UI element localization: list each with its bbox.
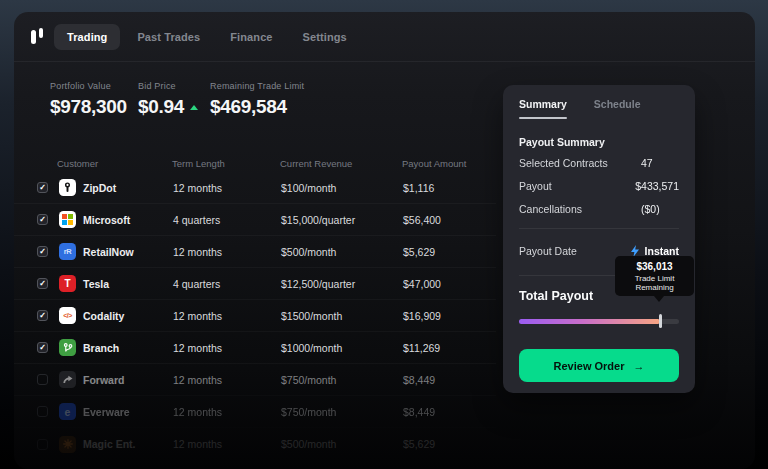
forward-logo <box>59 371 76 388</box>
divider <box>519 228 679 229</box>
row-checkbox[interactable] <box>37 406 48 417</box>
term-length: 4 quarters <box>173 214 281 226</box>
payout-amount: $5,629 <box>403 438 496 450</box>
row-checkbox[interactable] <box>37 246 48 257</box>
current-revenue: $15,000/quarter <box>281 214 403 226</box>
column-header-customer: Customer <box>57 158 172 169</box>
payout-summary-title: Payout Summary <box>519 136 679 148</box>
stat-portfolio-value: Portfolio Value$978,300 <box>50 81 138 118</box>
magic-logo <box>59 436 76 453</box>
review-order-button[interactable]: Review Order → <box>519 349 679 382</box>
term-length: 4 quarters <box>173 278 281 290</box>
pipe-logo-icon[interactable] <box>31 28 45 45</box>
stat-label: Portfolio Value <box>50 81 138 91</box>
arrow-right-icon: → <box>633 360 644 372</box>
term-length: 12 months <box>173 406 281 418</box>
tooltip-value: $36,013 <box>619 261 690 272</box>
codality-logo: </> <box>59 307 76 324</box>
panel-tabs: SummarySchedule <box>519 98 679 119</box>
column-header-revenue: Current Revenue <box>280 158 402 169</box>
table-row: Microsoft4 quarters$15,000/quarter$56,40… <box>14 204 496 236</box>
customer-name: Forward <box>83 374 173 386</box>
term-length: 12 months <box>173 374 281 386</box>
row-checkbox[interactable] <box>37 439 48 450</box>
customer-name: Magic Ent. <box>83 438 173 450</box>
stat-label: Bid Price <box>138 81 210 91</box>
trade-limit-tooltip: $36,013 Trade Limit Remaining <box>615 256 694 296</box>
payout-amount: $8,449 <box>403 374 496 386</box>
payout-amount: $47,000 <box>403 278 496 290</box>
retailnow-logo: rR <box>59 243 76 260</box>
term-length: 12 months <box>173 438 281 450</box>
summary-row-value: 47 <box>641 157 653 169</box>
table-header: CustomerTerm LengthCurrent RevenuePayout… <box>14 154 496 172</box>
nav-tab-settings[interactable]: Settings <box>290 24 360 50</box>
table-row: Magic Ent.12 months$500/month$5,629 <box>14 428 496 460</box>
nav-tab-trading[interactable]: Trading <box>54 24 120 50</box>
customer-name: Codality <box>83 310 173 322</box>
table-row: TTesla4 quarters$12,500/quarter$47,000 <box>14 268 496 300</box>
stat-value: $978,300 <box>50 96 138 118</box>
payout-amount: $5,629 <box>403 246 496 258</box>
column-header-payout: Payout Amount <box>402 158 496 169</box>
lightning-icon <box>630 245 640 257</box>
panel-tab-schedule[interactable]: Schedule <box>594 98 641 119</box>
table-row: ZipDot12 months$100/month$1,116 <box>14 172 496 204</box>
term-length: 12 months <box>173 342 281 354</box>
current-revenue: $1000/month <box>281 342 403 354</box>
payout-amount: $11,269 <box>403 342 496 354</box>
nav-tabs: TradingPast TradesFinanceSettings <box>54 24 360 50</box>
total-payout-slider[interactable] <box>519 314 679 328</box>
row-checkbox[interactable] <box>37 310 48 321</box>
trend-up-icon <box>190 105 198 110</box>
row-checkbox[interactable] <box>37 374 48 385</box>
review-order-label: Review Order <box>554 360 625 372</box>
tesla-logo: T <box>59 275 76 292</box>
row-checkbox[interactable] <box>37 214 48 225</box>
payout-date-value: Instant <box>645 245 679 257</box>
payout-amount: $16,909 <box>403 310 496 322</box>
summary-row-value: ($0) <box>641 203 660 215</box>
customer-name: Branch <box>83 342 173 354</box>
customer-name: ZipDot <box>83 182 173 194</box>
slider-fill <box>519 319 660 324</box>
table-row: </>Codality12 months$1500/month$16,909 <box>14 300 496 332</box>
stat-value: $0.94 <box>138 96 210 118</box>
everware-logo: e <box>59 403 76 420</box>
slider-handle[interactable] <box>659 314 662 328</box>
table-row: rRRetailNow12 months$500/month$5,629 <box>14 236 496 268</box>
summary-row-label: Cancellations <box>519 203 641 215</box>
microsoft-squares-icon <box>62 214 73 225</box>
nav-tab-past-trades[interactable]: Past Trades <box>124 24 213 50</box>
term-length: 12 months <box>173 182 281 194</box>
row-checkbox[interactable] <box>37 278 48 289</box>
payout-amount: $8,449 <box>403 406 496 418</box>
current-revenue: $500/month <box>281 246 403 258</box>
stat-value: $469,584 <box>210 96 304 118</box>
payout-date-label: Payout Date <box>519 245 630 257</box>
summary-row: Selected Contracts47 <box>519 151 679 174</box>
summary-row-value: $433,571 <box>635 180 679 192</box>
summary-row-label: Payout <box>519 180 635 192</box>
row-checkbox[interactable] <box>37 342 48 353</box>
panel-tab-summary[interactable]: Summary <box>519 98 567 119</box>
customer-name: Tesla <box>83 278 173 290</box>
stat-bid-price: Bid Price$0.94 <box>138 81 210 118</box>
order-summary-panel: SummarySchedule Payout Summary Selected … <box>503 85 695 393</box>
tooltip-label: Trade Limit Remaining <box>619 274 690 292</box>
row-checkbox[interactable] <box>37 182 48 193</box>
current-revenue: $12,500/quarter <box>281 278 403 290</box>
customer-name: Everware <box>83 406 173 418</box>
summary-row: Cancellations($0) <box>519 197 679 220</box>
stat-label: Remaining Trade Limit <box>210 81 304 91</box>
current-revenue: $500/month <box>281 438 403 450</box>
nav-tab-finance[interactable]: Finance <box>217 24 285 50</box>
current-revenue: $100/month <box>281 182 403 194</box>
column-header-term: Term Length <box>172 158 280 169</box>
zipdot-logo <box>59 179 76 196</box>
customer-name: Microsoft <box>83 214 173 226</box>
current-revenue: $750/month <box>281 406 403 418</box>
branch-logo <box>59 339 76 356</box>
app-window: TradingPast TradesFinanceSettings Portfo… <box>14 12 755 469</box>
top-nav: TradingPast TradesFinanceSettings <box>14 12 755 62</box>
